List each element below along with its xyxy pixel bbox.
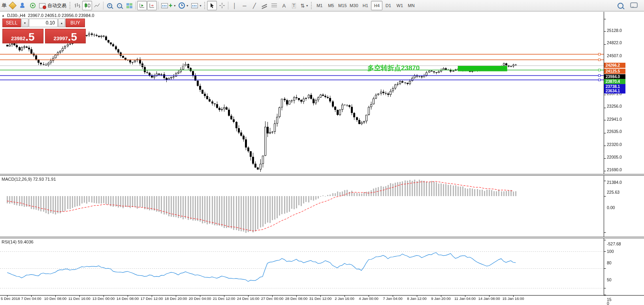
toolbar: 单 自动交易 + - +▾ ▾ ▾ [0, 0, 644, 11]
toolbar-separator [136, 2, 136, 9]
chat-icon [630, 2, 638, 8]
toolbar-grip[interactable] [69, 2, 71, 9]
timeframe-button-m5[interactable]: M5 [325, 1, 337, 10]
signals-icon [30, 3, 36, 8]
zoom-out-button[interactable]: - [115, 1, 124, 10]
tile-windows-button[interactable] [124, 1, 134, 10]
templates-button[interactable]: ▾ [190, 1, 203, 10]
periods-button[interactable]: ▾ [177, 1, 190, 10]
crosshair-button[interactable] [217, 1, 227, 10]
time-tick-label: 17 Dec 12:00 [141, 296, 163, 301]
time-tick-label: 24 Dec 16:00 [237, 296, 260, 301]
community-button[interactable] [18, 1, 28, 10]
trendline-icon: ╱ [253, 3, 256, 8]
toolbar-separator [158, 2, 158, 9]
text-button[interactable]: A [279, 1, 289, 10]
cursor-button[interactable] [207, 1, 217, 10]
time-tick-label: 31 Dec 12:00 [309, 296, 332, 301]
time-tick-label: 15 Jan 16:00 [503, 296, 524, 301]
fibonacci-button[interactable] [269, 1, 279, 10]
time-tick-label: 10 Dec 08:00 [44, 296, 67, 301]
collapse-panel-arrow[interactable]: ▲ [2, 14, 5, 17]
chart-shift-button[interactable] [147, 1, 157, 10]
one-click-trading-panel: SELL ▼ ▲ BUY 23982.5 23997.5 [2, 19, 86, 43]
template-icon [191, 3, 198, 8]
line-chart-icon [94, 3, 100, 8]
arrows-button[interactable]: ⇅▾ [299, 1, 309, 10]
toolbar-grip[interactable] [311, 2, 313, 9]
rsi-tick-label: 100 [607, 249, 614, 254]
buy-button[interactable]: BUY [66, 19, 85, 27]
autotrading-button[interactable]: 自动交易 [38, 1, 68, 10]
chevron-down-icon: ▾ [200, 4, 201, 7]
sell-price-button[interactable]: 23982.5 [2, 29, 43, 43]
level-price-tag: 24266.2 [604, 63, 625, 68]
volume-increase-button[interactable]: ▲ [58, 19, 65, 27]
new-order-button[interactable] [8, 1, 18, 10]
candlestick-chart-button[interactable] [82, 1, 92, 10]
zoom-out-icon: - [117, 3, 122, 8]
line-chart-button[interactable] [92, 1, 102, 10]
time-tick-label: 8 Jan 12:00 [407, 296, 427, 301]
chart-canvas[interactable] [0, 11, 644, 305]
buy-price-fraction: .5 [68, 32, 77, 43]
auto-scroll-button[interactable] [137, 1, 147, 10]
timeframe-button-d1[interactable]: D1 [382, 1, 394, 10]
pane-separator-rsi[interactable] [0, 237, 644, 238]
price-tick-label: 24822.0 [607, 40, 622, 45]
vertical-line-button[interactable]: │ [230, 1, 239, 10]
trendline-button[interactable]: ╱ [249, 1, 259, 10]
signals-button[interactable] [28, 1, 38, 10]
volume-decrease-button[interactable]: ▼ [21, 19, 28, 27]
text-label-button[interactable]: T [289, 1, 299, 10]
timeframe-toolbar: M1M5M15M30H1H4D1W1MN [314, 1, 417, 10]
chart-annotation-text[interactable]: 多空转折点23870 [367, 64, 420, 73]
rsi-tick-label: 80 [607, 260, 612, 265]
clock-icon [179, 2, 185, 9]
macd-tick-label: -527.68 [607, 241, 621, 246]
timeframe-button-w1[interactable]: W1 [394, 1, 405, 10]
time-tick-label: 28 Dec 08:00 [285, 296, 308, 301]
price-tick-label: 21690.0 [607, 167, 622, 172]
bar-chart-icon [74, 3, 81, 8]
chat-button[interactable] [629, 1, 639, 10]
level-price-tag: 24125.5 [604, 69, 625, 74]
zoom-in-button[interactable]: + [105, 1, 115, 10]
macd-indicator-label: MACD(12,26,9) 72.93 71.91 [2, 177, 56, 182]
horizontal-line-button[interactable]: ─ [239, 1, 249, 10]
timeframe-button-mn[interactable]: MN [405, 1, 417, 10]
text-label-icon: T [292, 3, 296, 8]
timeframe-button-m1[interactable]: M1 [314, 1, 325, 10]
buy-price-main: 23997 [53, 35, 68, 43]
plus-icon: + [169, 2, 172, 9]
timeframe-button-h4[interactable]: H4 [371, 1, 382, 10]
bar-chart-button[interactable] [72, 1, 82, 10]
timeframe-button-m15[interactable]: M15 [337, 1, 348, 10]
search-button[interactable] [616, 1, 625, 10]
new-order-partial-label[interactable]: 单 [1, 2, 8, 9]
auto-scroll-icon [139, 3, 145, 8]
timeframe-button-h1[interactable]: H1 [360, 1, 371, 10]
buy-price-button[interactable]: 23997.5 [45, 29, 86, 43]
sell-price-fraction: .5 [25, 32, 34, 43]
toolbar-separator [228, 2, 228, 9]
equidistant-channel-button[interactable] [259, 1, 269, 10]
time-tick-label: 11 Dec 16:00 [68, 296, 90, 301]
toolbar-grip[interactable] [204, 2, 206, 9]
sell-button[interactable]: SELL [2, 19, 21, 27]
pane-separator-macd[interactable] [0, 174, 644, 176]
time-tick-label: 14 Dec 08:00 [117, 296, 139, 301]
timeframe-button-m30[interactable]: M30 [348, 1, 360, 10]
indicators-button[interactable]: +▾ [160, 1, 177, 10]
gold-diamond-icon [9, 2, 17, 9]
crosshair-icon [219, 3, 225, 8]
indicator-chart-icon [161, 3, 168, 8]
tile-windows-icon [126, 3, 132, 8]
volume-input[interactable] [29, 19, 58, 27]
time-tick-label: 7 Dec 04:00 [21, 296, 41, 301]
time-tick-label: 18 Dec 20:00 [165, 296, 187, 301]
price-tick-label: 22320.0 [607, 142, 622, 147]
sell-price-main: 23982 [11, 35, 25, 43]
price-tick-label: 22941.0 [607, 117, 622, 122]
channel-icon [262, 3, 267, 8]
